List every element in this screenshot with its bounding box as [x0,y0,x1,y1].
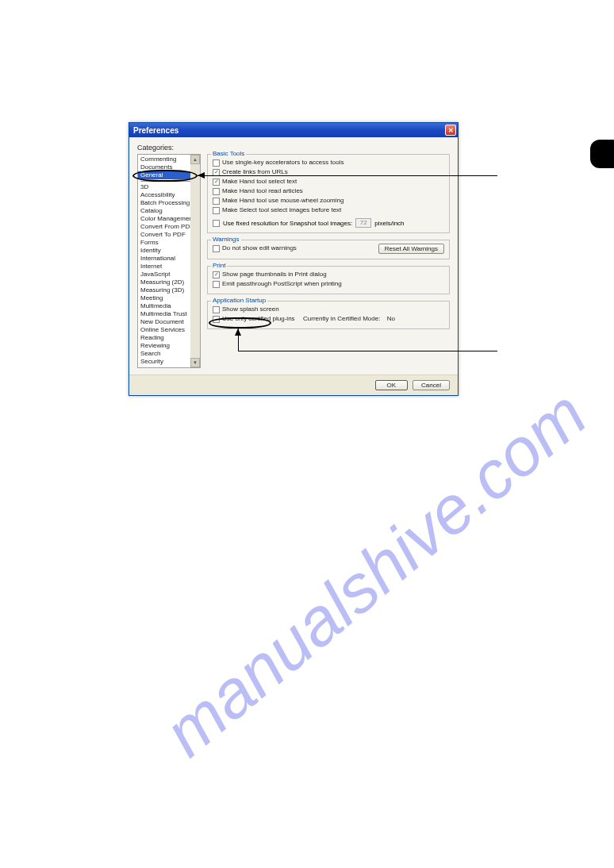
option-label: Make Hand tool use mouse-wheel zooming [222,196,343,205]
separator [140,181,198,182]
option-label: Make Select tool select images before te… [222,205,341,215]
option-label: Emit passthrough PostScript when printin… [222,279,342,289]
close-icon: ✕ [448,127,454,134]
arrow-left-icon [198,172,205,179]
checkbox[interactable]: ✓ [213,169,220,176]
option-label: Make Hand tool select text [222,177,297,186]
checkbox[interactable] [213,198,220,205]
scroll-up-icon[interactable]: ▲ [190,155,200,164]
checkbox[interactable] [213,159,220,167]
scrollbar[interactable]: ▲ ▼ [190,155,200,367]
dialog-footer: OK Cancel [129,374,458,395]
scroll-down-icon[interactable]: ▼ [190,358,200,367]
option-label: Use fixed resolution for Snapshot tool i… [223,220,352,227]
option-label: Create links from URLs [222,167,288,177]
option-label: Use single-key accelerators to access to… [222,158,343,167]
unit-label: pixels/inch [374,220,404,227]
preferences-dialog: Preferences ✕ Categories: Commenting Doc… [129,122,459,396]
checkbox[interactable] [213,281,220,288]
option-label: Do not show edit warnings [222,244,297,253]
print-group: Print ✓Show page thumbnails in Print dia… [207,266,450,294]
categories-list[interactable]: Commenting Documents General 3D Accessib… [137,154,201,368]
reset-warnings-button[interactable]: Reset All Warnings [378,244,444,254]
mode-label: Currently in Certified Mode: [303,314,380,324]
checkbox[interactable]: ✓ [213,179,220,186]
checkbox[interactable] [213,245,220,252]
group-legend: Warnings [211,236,241,243]
group-legend: Print [211,262,227,269]
option-label: Make Hand tool read articles [222,186,303,196]
warnings-group: Warnings Do not show edit warnings Reset… [207,240,450,259]
startup-group: Application Startup Show splash screen U… [207,301,450,329]
arrow-up-icon [235,328,241,336]
checkbox[interactable] [213,188,220,195]
option-label: Show page thumbnails in Print dialog [222,270,327,279]
cancel-button[interactable]: Cancel [413,380,450,390]
option-label: Show splash screen [222,305,279,314]
dialog-title: Preferences [133,126,178,135]
basic-tools-group: Basic Tools Use single-key accelerators … [207,154,450,233]
ok-button[interactable]: OK [375,380,409,390]
checkbox[interactable] [213,220,220,227]
option-label: Use only certified plug-ins [222,314,295,324]
checkbox[interactable] [213,306,220,313]
group-legend: Basic Tools [211,150,246,157]
resolution-input[interactable]: 72 [355,218,371,228]
watermark-text: manualshive.com [149,375,601,772]
titlebar: Preferences ✕ [129,123,458,137]
categories-label: Categories: [137,144,450,152]
checkbox[interactable] [213,316,220,323]
page-edge-tab [590,140,614,168]
close-button[interactable]: ✕ [445,125,456,136]
mode-value: No [387,314,395,324]
group-legend: Application Startup [211,297,267,304]
checkbox[interactable]: ✓ [213,271,220,278]
checkbox[interactable] [213,207,220,214]
